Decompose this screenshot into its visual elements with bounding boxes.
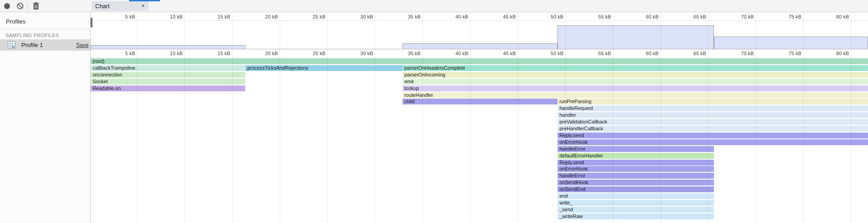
gridline (375, 13, 375, 223)
frame-socket[interactable]: Socket (91, 79, 245, 85)
overview-ruler-tick-label: 15 kB (203, 14, 230, 19)
overview-drag-handle[interactable] (91, 18, 92, 28)
frame-onsendhook[interactable]: onSendHook (558, 180, 713, 185)
flame-ruler-tick-label: 35 kB (393, 51, 421, 56)
flame-ruler-tick-label: 25 kB (298, 51, 325, 56)
flame-chart-area: 5 kB5 kB10 kB10 kB15 kB15 kB20 kB20 kB25… (0, 0, 868, 223)
flame-ruler-tick-label: 55 kB (584, 51, 611, 56)
overview-ruler-tick-label: 55 kB (584, 14, 611, 19)
flame-ruler-tick-label: 10 kB (155, 51, 183, 56)
overview-bottom-border (91, 49, 868, 49)
frame-end[interactable]: end (558, 193, 713, 199)
profile-name: Profile 1 (21, 42, 43, 48)
flame-ruler-border (91, 57, 868, 58)
profile-icon: % (8, 41, 15, 49)
trash-icon[interactable] (32, 2, 40, 10)
overview-ruler-border (91, 20, 868, 21)
overview-memory-step (402, 43, 558, 49)
sidebar: Profiles SAMPLING PROFILES % Profile 1 S… (0, 12, 91, 223)
flame-ruler-tick-label: 45 kB (489, 51, 516, 56)
flame-ruler-tick-label: 75 kB (774, 51, 801, 56)
overview-ruler-tick-label: 35 kB (393, 14, 421, 19)
overview-ruler-tick-label: 40 kB (441, 14, 468, 19)
overview-ruler-tick-label: 20 kB (251, 14, 278, 19)
frame-lookup[interactable]: lookup (402, 85, 868, 91)
toolbar: Chart ▼ (0, 0, 868, 12)
flame-ruler-tick-label: 20 kB (251, 51, 278, 56)
flame-ruler-tick-label: 15 kB (203, 51, 230, 56)
frame-reply-send[interactable]: Reply.send (558, 133, 868, 138)
gridline (327, 13, 328, 223)
overview-ruler-tick-label: 80 kB (822, 14, 849, 19)
overview-ruler-tick-label: 45 kB (489, 14, 516, 19)
overview-ruler-tick-label: 65 kB (679, 14, 706, 19)
frame-emit[interactable]: emit (402, 79, 868, 85)
frame-prehandlercallback[interactable]: preHandlerCallback (558, 126, 868, 132)
frame-defaulterrorhandler[interactable]: defaultErrorHandler (558, 153, 713, 159)
frame-child[interactable]: child (402, 99, 558, 104)
flame-ruler-tick-label: 50 kB (536, 51, 563, 56)
overview-memory-step (91, 45, 245, 49)
frame-runpreparsing[interactable]: runPreParsing (558, 99, 868, 104)
flame-ruler-tick-label: 30 kB (346, 51, 373, 56)
gridline (232, 13, 233, 223)
gridline (184, 13, 185, 223)
flame-ruler-tick-label: 70 kB (727, 51, 754, 56)
record-icon[interactable] (4, 3, 10, 9)
frame-handleerror[interactable]: handleError (558, 173, 713, 179)
flame-ruler-tick-label: 80 kB (822, 51, 849, 56)
flame-ruler-tick-label: 65 kB (679, 51, 706, 56)
frame-handleerror[interactable]: handleError (558, 146, 713, 152)
clear-icon[interactable] (16, 2, 24, 10)
frame-root[interactable]: (root) (91, 58, 868, 64)
overview-memory-step (558, 25, 713, 49)
flame-ruler-tick-label: 60 kB (631, 51, 659, 56)
svg-text:%: % (12, 46, 15, 49)
frame-parseronincoming[interactable]: parserOnIncoming (402, 72, 868, 78)
sidebar-item-profile-1[interactable]: % Profile 1 Save (0, 39, 90, 51)
overview-ruler-tick-label: 70 kB (727, 14, 754, 19)
frame-handler[interactable]: handler (558, 112, 868, 118)
frame-write[interactable]: write_ (558, 200, 713, 206)
frame-prevalidationcallback[interactable]: preValidationCallback (558, 119, 868, 125)
overview-ruler-tick-label: 5 kB (108, 14, 135, 19)
frame-routehandler[interactable]: routeHandler (402, 92, 868, 98)
sidebar-divider (0, 29, 90, 29)
frame-reply-send[interactable]: Reply.send (558, 160, 713, 166)
frame-onerrorhook[interactable]: onErrorHook (558, 139, 868, 145)
overview-memory-step (714, 37, 868, 49)
save-profile-link[interactable]: Save (76, 42, 88, 48)
frame-readable-on[interactable]: Readable.on (91, 85, 245, 91)
frame-processticksandrejections[interactable]: processTicksAndRejections (245, 65, 402, 71)
frame-callbacktrampoline[interactable]: callbackTrampoline (91, 65, 245, 71)
frame-onsendend[interactable]: onSendEnd (558, 186, 713, 192)
frame-send[interactable]: _send (558, 207, 713, 213)
active-tab-indicator (129, 0, 160, 1)
overview-ruler-tick-label: 30 kB (346, 14, 373, 19)
frame-parseronheaderscomplete[interactable]: parserOnHeadersComplete (402, 65, 868, 71)
chart-view-select[interactable]: Chart ▼ (92, 1, 149, 11)
toolbar-separator (27, 2, 28, 10)
gridline (137, 13, 137, 223)
overview-ruler-tick-label: 60 kB (631, 14, 659, 19)
overview-ruler-tick-label: 75 kB (774, 14, 801, 19)
frame-writeraw[interactable]: _writeRaw (558, 214, 713, 219)
sidebar-title: Profiles (6, 18, 25, 25)
frame-handlerequest[interactable]: handleRequest (558, 105, 868, 111)
overview-ruler-tick-label: 50 kB (536, 14, 563, 19)
flame-ruler-tick-label: 40 kB (441, 51, 468, 56)
chevron-down-icon: ▼ (141, 1, 145, 11)
frame-onerrorhook[interactable]: onErrorHook (558, 166, 713, 172)
overview-ruler-tick-label: 10 kB (155, 14, 183, 19)
chart-view-select-value: Chart (95, 3, 110, 9)
gridline (280, 13, 280, 223)
flame-ruler-tick-label: 5 kB (108, 51, 135, 56)
profiler-panel: 5 kB5 kB10 kB10 kB15 kB15 kB20 kB20 kB25… (0, 0, 868, 223)
frame-onconnection[interactable]: onconnection (91, 72, 245, 78)
overview-ruler-tick-label: 25 kB (298, 14, 325, 19)
sidebar-section-label: SAMPLING PROFILES (5, 33, 59, 38)
